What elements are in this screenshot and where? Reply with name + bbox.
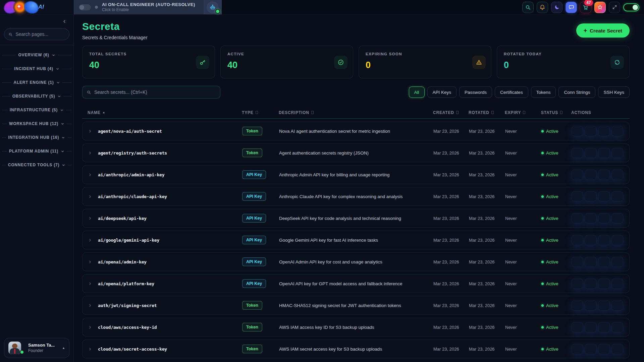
- column-header-status[interactable]: STATUS: [541, 110, 571, 115]
- row-action-button[interactable]: [572, 257, 583, 267]
- row-action-button[interactable]: [585, 257, 596, 267]
- row-expand-chevron-icon[interactable]: [88, 194, 98, 199]
- fullscreen-expand-button[interactable]: [609, 2, 620, 13]
- row-action-button[interactable]: [572, 344, 583, 354]
- sidebar-search[interactable]: [4, 28, 69, 40]
- row-expand-chevron-icon[interactable]: [88, 173, 98, 177]
- row-action-button[interactable]: [598, 279, 610, 289]
- row-expand-chevron-icon[interactable]: [88, 347, 98, 351]
- theme-toggle-on[interactable]: [623, 3, 639, 11]
- cart-button[interactable]: 47: [580, 2, 591, 13]
- filter-tab-all[interactable]: All: [409, 86, 425, 98]
- row-action-button[interactable]: [612, 126, 623, 136]
- row-expand-chevron-icon[interactable]: [88, 282, 98, 286]
- row-action-button[interactable]: [598, 213, 610, 223]
- row-action-button[interactable]: [612, 191, 623, 201]
- filter-tab-tokens[interactable]: Tokens: [531, 86, 556, 98]
- row-action-button[interactable]: [585, 344, 596, 354]
- row-action-button[interactable]: [585, 279, 596, 289]
- row-action-button[interactable]: [598, 344, 610, 354]
- row-expand-chevron-icon[interactable]: [88, 325, 98, 329]
- filter-tab-conn-strings[interactable]: Conn Strings: [558, 86, 595, 98]
- sidebar-section-platform-admin-11[interactable]: PLATFORM ADMIN (11): [0, 149, 73, 154]
- sidebar-section-workspace-hub-12[interactable]: WORKSPACE HUB (12): [0, 121, 73, 126]
- row-action-button[interactable]: [612, 300, 623, 310]
- sidebar-section-integration-hub-16[interactable]: INTEGRATION HUB (16): [0, 135, 73, 140]
- filter-tab-passwords[interactable]: Passwords: [459, 86, 492, 98]
- row-expand-chevron-icon[interactable]: [88, 151, 98, 155]
- column-header-type[interactable]: TYPE: [242, 110, 279, 115]
- row-action-button[interactable]: [585, 213, 596, 223]
- row-action-button[interactable]: [572, 170, 583, 180]
- table-row[interactable]: ai/anthropic/claude-api-key API Key Anth…: [82, 187, 630, 206]
- row-action-button[interactable]: [572, 213, 583, 223]
- dark-mode-moon-button[interactable]: [551, 2, 562, 13]
- row-action-button[interactable]: [612, 235, 623, 245]
- row-action-button[interactable]: [572, 300, 583, 310]
- search-button[interactable]: [522, 2, 534, 13]
- oncall-toggle[interactable]: [79, 4, 91, 10]
- table-row[interactable]: cloud/aws/access-key-id Token AWS IAM ac…: [82, 318, 630, 337]
- row-expand-chevron-icon[interactable]: [88, 238, 98, 242]
- row-action-button[interactable]: [612, 213, 623, 223]
- row-action-button[interactable]: [585, 191, 596, 201]
- sidebar-section-incident-hub-4[interactable]: INCIDENT HUB (4): [0, 66, 73, 71]
- create-secret-button[interactable]: + Create Secret: [576, 23, 630, 38]
- column-header-description[interactable]: DESCRIPTION: [279, 110, 433, 115]
- row-action-button[interactable]: [598, 126, 610, 136]
- row-action-button[interactable]: [572, 279, 583, 289]
- notifications-bell-button[interactable]: [537, 2, 548, 13]
- row-action-button[interactable]: [572, 148, 583, 158]
- secrets-search[interactable]: [82, 86, 220, 99]
- row-action-button[interactable]: [612, 279, 623, 289]
- row-action-button[interactable]: [572, 191, 583, 201]
- column-header-name[interactable]: NAME▲: [88, 110, 242, 115]
- row-expand-chevron-icon[interactable]: [88, 260, 98, 264]
- sidebar-section-infrastructure-5[interactable]: INFRASTRUCTURE (5): [0, 108, 73, 112]
- row-action-button[interactable]: [585, 235, 596, 245]
- row-action-button[interactable]: [598, 235, 610, 245]
- filter-tab-ssh-keys[interactable]: SSH Keys: [598, 86, 630, 98]
- row-action-button[interactable]: [585, 170, 596, 180]
- oncall-text[interactable]: AI ON-CALL ENGINEER (AUTO-RESOLVE) Click…: [102, 2, 200, 12]
- favorites-star-button[interactable]: [594, 2, 606, 13]
- row-action-button[interactable]: [585, 148, 596, 158]
- table-row[interactable]: ai/openai/platform-key API Key OpenAI AP…: [82, 274, 630, 293]
- sidebar-section-observability-5[interactable]: OBSERVABILITY (5): [0, 94, 73, 99]
- row-action-button[interactable]: [585, 322, 596, 332]
- row-expand-chevron-icon[interactable]: [88, 216, 98, 221]
- row-action-button[interactable]: [612, 322, 623, 332]
- robot-assistant-button[interactable]: [204, 0, 221, 14]
- row-action-button[interactable]: [572, 235, 583, 245]
- table-row[interactable]: ai/openai/admin-key API Key OpenAI Admin…: [82, 252, 630, 271]
- secrets-search-input[interactable]: [94, 89, 216, 95]
- column-header-expiry[interactable]: EXPIRY: [505, 110, 541, 115]
- sidebar-collapse-icon[interactable]: [62, 19, 67, 24]
- row-action-button[interactable]: [598, 170, 610, 180]
- sidebar-section-connected-tools-7[interactable]: CONNECTED TOOLS (7): [0, 163, 73, 167]
- table-row[interactable]: cloud/aws/secret-access-key Token AWS IA…: [82, 340, 630, 358]
- row-action-button[interactable]: [585, 126, 596, 136]
- user-profile-card[interactable]: Samson Ta... Founder ▲: [4, 338, 69, 358]
- table-row[interactable]: ai/google/gemini-api-key API Key Google …: [82, 231, 630, 249]
- row-action-button[interactable]: [612, 170, 623, 180]
- column-header-rotated[interactable]: ROTATED: [469, 110, 505, 115]
- filter-tab-api-keys[interactable]: API Keys: [427, 86, 457, 98]
- table-row[interactable]: ai/anthropic/admin-api-key API Key Anthr…: [82, 165, 630, 184]
- sidebar-search-input[interactable]: [15, 32, 65, 37]
- row-action-button[interactable]: [612, 257, 623, 267]
- column-header-created[interactable]: CREATED: [433, 110, 469, 115]
- row-action-button[interactable]: [572, 322, 583, 332]
- row-action-button[interactable]: [598, 300, 610, 310]
- table-row[interactable]: agent/registry/auth-secrets Token Agent …: [82, 143, 630, 162]
- row-expand-chevron-icon[interactable]: [88, 129, 98, 133]
- row-action-button[interactable]: [612, 148, 623, 158]
- row-action-button[interactable]: [612, 344, 623, 354]
- row-action-button[interactable]: [572, 126, 583, 136]
- sidebar-section-overview-6[interactable]: OVERVIEW (6): [0, 53, 73, 57]
- sidebar-section-alert-engine-1[interactable]: ALERT ENGINE (1): [0, 80, 73, 85]
- row-action-button[interactable]: [585, 300, 596, 310]
- row-expand-chevron-icon[interactable]: [88, 303, 98, 308]
- row-action-button[interactable]: [598, 191, 610, 201]
- filter-tab-certificates[interactable]: Certificates: [495, 86, 528, 98]
